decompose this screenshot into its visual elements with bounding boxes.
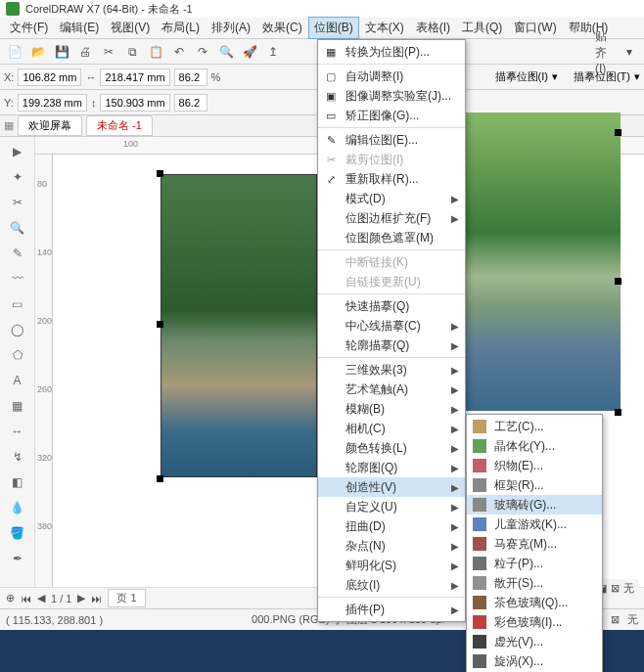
menuitem-中心线描摹C[interactable]: 中心线描摹(C)▶ <box>318 316 465 336</box>
table-tool-icon[interactable]: ▦ <box>7 395 28 417</box>
menuitem-轮廓图Q[interactable]: 轮廓图(Q)▶ <box>318 458 465 477</box>
trace-bitmap-btn[interactable]: 描摹位图(I) <box>495 69 548 84</box>
submenuitem-粒子P[interactable]: 粒子(P)... <box>467 554 602 573</box>
redo-icon[interactable]: ↷ <box>192 41 213 63</box>
ellipse-tool-icon[interactable]: ◯ <box>7 319 28 340</box>
h-input[interactable]: 150.903 mm <box>100 94 169 112</box>
outline-tool-icon[interactable]: ✒ <box>7 548 28 569</box>
first-page-icon[interactable]: ⏮ <box>21 593 31 605</box>
handle-ml[interactable] <box>157 321 163 328</box>
menuitem-位图颜色遮罩M[interactable]: 位图颜色遮罩(M) <box>318 228 465 247</box>
scale-y-input[interactable]: 86.2 <box>174 94 207 112</box>
fill-tool-icon[interactable]: 🪣 <box>7 522 28 544</box>
handle-bl[interactable] <box>157 475 163 482</box>
chevron-down-icon[interactable]: ▾ <box>619 41 640 63</box>
menuitem-艺术笔触A[interactable]: 艺术笔触(A)▶ <box>318 380 465 399</box>
handle-mr[interactable] <box>615 278 621 285</box>
print-icon[interactable]: 🖨 <box>74 41 96 63</box>
submenuitem-散开S[interactable]: 散开(S)... <box>467 573 602 593</box>
polygon-tool-icon[interactable]: ⬠ <box>7 344 28 366</box>
menuitem-三维效果3[interactable]: 三维效果(3)▶ <box>318 360 465 380</box>
menu-layout[interactable]: 布局(L) <box>156 17 206 39</box>
menu-effects[interactable]: 效果(C) <box>256 17 308 39</box>
submenuitem-儿童游戏K[interactable]: 儿童游戏(K)... <box>467 515 602 534</box>
copy-icon[interactable]: ⧉ <box>121 41 143 63</box>
page-tab[interactable]: 页 1 <box>108 589 145 607</box>
undo-icon[interactable]: ↶ <box>168 41 190 63</box>
menuitem-自定义U[interactable]: 自定义(U)▶ <box>318 497 465 516</box>
menu-tools[interactable]: 工具(Q) <box>456 17 508 39</box>
paste-icon[interactable]: 📋 <box>145 41 166 63</box>
next-page-icon[interactable]: ▶ <box>77 592 85 605</box>
dimension-tool-icon[interactable]: ↔ <box>7 421 28 442</box>
submenuitem-茶色玻璃Q[interactable]: 茶色玻璃(Q)... <box>467 593 602 612</box>
menuitem-位图边框扩充F[interactable]: 位图边框扩充(F)▶ <box>318 208 465 228</box>
zoom-tool-icon[interactable]: 🔍 <box>7 217 28 239</box>
trace-bitmap-btn2[interactable]: 描摹位图(T) <box>574 69 630 84</box>
search-icon[interactable]: 🔍 <box>215 41 237 63</box>
text-tool-icon[interactable]: A <box>7 370 28 391</box>
menuitem-矫正图像G[interactable]: ▭矫正图像(G)... <box>318 106 465 125</box>
handle-tr[interactable] <box>615 129 621 136</box>
menuitem-模式D[interactable]: 模式(D)▶ <box>318 189 465 208</box>
menuitem-扭曲D[interactable]: 扭曲(D)▶ <box>318 516 465 536</box>
menuitem-模糊B[interactable]: 模糊(B)▶ <box>318 399 465 419</box>
handle-tl[interactable] <box>157 170 163 177</box>
menuitem-快速描摹Q[interactable]: 快速描摹(Q) <box>318 296 465 316</box>
menuitem-杂点N[interactable]: 杂点(N)▶ <box>318 536 465 556</box>
menu-view[interactable]: 视图(V) <box>105 17 156 39</box>
pick-tool-icon[interactable]: ▶ <box>7 141 28 162</box>
prev-page-icon[interactable]: ◀ <box>37 592 45 605</box>
submenuitem-虚光V[interactable]: 虚光(V)... <box>467 632 602 651</box>
menu-bitmap[interactable]: 位图(B) <box>308 17 359 39</box>
menu-edit[interactable]: 编辑(E) <box>54 17 105 39</box>
menuitem-插件P[interactable]: 插件(P)▶ <box>318 600 465 619</box>
effects-tool-icon[interactable]: ◧ <box>7 471 28 493</box>
connector-tool-icon[interactable]: ↯ <box>7 446 28 468</box>
last-page-icon[interactable]: ⏭ <box>91 593 102 605</box>
menuitem-底纹I[interactable]: 底纹(I)▶ <box>318 575 465 595</box>
menuitem-重新取样R[interactable]: ⤢重新取样(R)... <box>318 169 465 189</box>
scale-x-input[interactable]: 86.2 <box>174 68 207 86</box>
rectangle-tool-icon[interactable]: ▭ <box>7 293 28 315</box>
w-input[interactable]: 218.417 mm <box>100 68 169 86</box>
tab-welcome[interactable]: 欢迎屏幕 <box>18 115 82 136</box>
menu-arrange[interactable]: 排列(A) <box>206 17 256 39</box>
tab-document[interactable]: 未命名 -1 <box>86 115 153 136</box>
launch-icon[interactable]: 🚀 <box>239 41 260 63</box>
submenuitem-工艺C[interactable]: 工艺(C)... <box>467 417 602 436</box>
submenuitem-晶体化Y[interactable]: 晶体化(Y)... <box>467 436 602 456</box>
menuitem-转换为位图P[interactable]: ▦转换为位图(P)... <box>318 42 465 62</box>
freehand-tool-icon[interactable]: ✎ <box>7 243 28 264</box>
menuitem-鲜明化S[interactable]: 鲜明化(S)▶ <box>318 556 465 575</box>
submenuitem-马赛克M[interactable]: 马赛克(M)... <box>467 534 602 554</box>
artistic-media-icon[interactable]: 〰 <box>7 268 28 290</box>
save-icon[interactable]: 💾 <box>51 41 72 63</box>
handle-br[interactable] <box>615 409 621 416</box>
y-input[interactable]: 199.238 mm <box>18 94 87 112</box>
submenuitem-玻璃砖G[interactable]: 玻璃砖(G)... <box>467 495 602 515</box>
menu-table[interactable]: 表格(I) <box>410 17 456 39</box>
add-page-icon[interactable]: ⊕ <box>6 592 15 605</box>
menuitem-图像调整实验室J[interactable]: ▣图像调整实验室(J)... <box>318 86 465 106</box>
menuitem-轮廓描摹Q[interactable]: 轮廓描摹(Q)▶ <box>318 336 465 355</box>
menu-window[interactable]: 窗口(W) <box>508 17 562 39</box>
publish-icon[interactable]: ↥ <box>262 41 284 63</box>
menuitem-相机C[interactable]: 相机(C)▶ <box>318 419 465 438</box>
eyedropper-tool-icon[interactable]: 💧 <box>7 497 28 518</box>
submenuitem-彩色玻璃I[interactable]: 彩色玻璃(I)... <box>467 612 602 632</box>
menuitem-颜色转换L[interactable]: 颜色转换(L)▶ <box>318 438 465 458</box>
cut-icon[interactable]: ✂ <box>98 41 119 63</box>
selected-bitmap[interactable] <box>161 174 317 477</box>
menu-file[interactable]: 文件(F) <box>4 17 54 39</box>
menuitem-编辑位图E[interactable]: ✎编辑位图(E)... <box>318 130 465 150</box>
new-icon[interactable]: 📄 <box>4 41 25 63</box>
menuitem-自动调整I[interactable]: ▢自动调整(I) <box>318 67 465 86</box>
menu-text[interactable]: 文本(X) <box>359 17 410 39</box>
menuitem-创造性V[interactable]: 创造性(V)▶ <box>318 477 465 497</box>
crop-tool-icon[interactable]: ✂ <box>7 192 28 213</box>
snap-dropdown[interactable]: 贴齐(I) <box>595 41 617 63</box>
submenuitem-织物E[interactable]: 织物(E)... <box>467 456 602 475</box>
shape-tool-icon[interactable]: ✦ <box>7 166 28 188</box>
open-icon[interactable]: 📂 <box>27 41 49 63</box>
